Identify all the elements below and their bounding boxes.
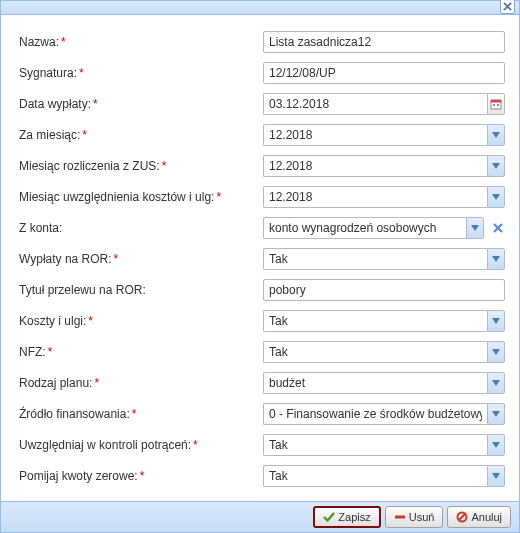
miesiac-koszt-select[interactable] xyxy=(263,186,487,208)
zrodlo-fin-select[interactable] xyxy=(263,403,487,425)
chevron-down-icon xyxy=(492,256,500,262)
svg-rect-3 xyxy=(497,104,499,106)
label-tytul-ror: Tytuł przelewu na ROR: xyxy=(19,283,263,297)
z-konta-dropdown-button[interactable] xyxy=(466,217,484,239)
nazwa-input[interactable] xyxy=(263,31,505,53)
label-miesiac-koszt: Miesiąc uwzględnienia kosztów i ulg:* xyxy=(19,190,263,204)
zrodlo-fin-dropdown-button[interactable] xyxy=(487,403,505,425)
row-data-wyplaty: Data wypłaty:* xyxy=(19,93,505,115)
label-pomijaj-zerowe: Pomijaj kwoty zerowe:* xyxy=(19,469,263,483)
row-zrodlo-fin: Źródło finansowania:* xyxy=(19,403,505,425)
nfz-select[interactable] xyxy=(263,341,487,363)
label-miesiac-zus: Miesiąc rozliczenia z ZUS:* xyxy=(19,159,263,173)
chevron-down-icon xyxy=(492,132,500,138)
label-nazwa: Nazwa:* xyxy=(19,35,263,49)
calendar-icon xyxy=(490,98,502,110)
chevron-down-icon xyxy=(492,349,500,355)
label-data-wyplaty: Data wypłaty:* xyxy=(19,97,263,111)
prohibit-icon xyxy=(456,511,468,523)
pomijaj-zerowe-select[interactable] xyxy=(263,465,487,487)
svg-rect-2 xyxy=(493,104,495,106)
tytul-ror-input[interactable] xyxy=(263,279,505,301)
close-button[interactable] xyxy=(500,0,515,14)
label-uwzgl-potracen: Uwzględniaj w kontroli potrąceń:* xyxy=(19,438,263,452)
save-button[interactable]: Zapisz xyxy=(313,506,380,528)
cancel-button[interactable]: Anuluj xyxy=(447,506,511,528)
row-pomijaj-zerowe: Pomijaj kwoty zerowe:* xyxy=(19,465,505,487)
chevron-down-icon xyxy=(492,318,500,324)
row-wyplaty-ror: Wypłaty na ROR:* xyxy=(19,248,505,270)
sygnatura-input[interactable] xyxy=(263,62,505,84)
chevron-down-icon xyxy=(492,473,500,479)
delete-button-label: Usuń xyxy=(409,511,435,523)
svg-rect-4 xyxy=(395,516,405,519)
row-z-konta: Z konta: xyxy=(19,217,505,239)
rodzaj-planu-select[interactable] xyxy=(263,372,487,394)
svg-rect-1 xyxy=(491,100,501,103)
dialog-window: Nazwa:* Sygnatura:* Data wypłaty:* xyxy=(0,0,520,533)
label-z-konta: Z konta: xyxy=(19,221,263,235)
minus-icon xyxy=(394,511,406,523)
footer-toolbar: Zapisz Usuń Anuluj xyxy=(1,501,519,532)
wyplaty-ror-dropdown-button[interactable] xyxy=(487,248,505,270)
data-wyplaty-input[interactable] xyxy=(263,93,487,115)
row-nfz: NFZ:* xyxy=(19,341,505,363)
za-miesiac-select[interactable] xyxy=(263,124,487,146)
pomijaj-zerowe-dropdown-button[interactable] xyxy=(487,465,505,487)
label-rodzaj-planu: Rodzaj planu:* xyxy=(19,376,263,390)
delete-button[interactable]: Usuń xyxy=(385,506,444,528)
chevron-down-icon xyxy=(492,380,500,386)
row-miesiac-koszt: Miesiąc uwzględnienia kosztów i ulg:* xyxy=(19,186,505,208)
chevron-down-icon xyxy=(492,411,500,417)
row-nazwa: Nazwa:* xyxy=(19,31,505,53)
clear-icon xyxy=(492,222,504,234)
save-button-label: Zapisz xyxy=(338,511,370,523)
titlebar xyxy=(1,1,519,15)
uwzgl-potracen-dropdown-button[interactable] xyxy=(487,434,505,456)
label-zrodlo-fin: Źródło finansowania:* xyxy=(19,407,263,421)
form-content: Nazwa:* Sygnatura:* Data wypłaty:* xyxy=(1,15,519,501)
z-konta-select[interactable] xyxy=(263,217,466,239)
miesiac-zus-dropdown-button[interactable] xyxy=(487,155,505,177)
rodzaj-planu-dropdown-button[interactable] xyxy=(487,372,505,394)
label-koszty-ulgi: Koszty i ulgi:* xyxy=(19,314,263,328)
row-sygnatura: Sygnatura:* xyxy=(19,62,505,84)
miesiac-zus-select[interactable] xyxy=(263,155,487,177)
wyplaty-ror-select[interactable] xyxy=(263,248,487,270)
svg-line-6 xyxy=(459,514,465,520)
date-picker-button[interactable] xyxy=(487,93,505,115)
koszty-ulgi-dropdown-button[interactable] xyxy=(487,310,505,332)
label-wyplaty-ror: Wypłaty na ROR:* xyxy=(19,252,263,266)
close-icon xyxy=(503,2,512,11)
chevron-down-icon xyxy=(492,163,500,169)
cancel-button-label: Anuluj xyxy=(471,511,502,523)
z-konta-clear-button[interactable] xyxy=(490,220,505,236)
koszty-ulgi-select[interactable] xyxy=(263,310,487,332)
row-koszty-ulgi: Koszty i ulgi:* xyxy=(19,310,505,332)
row-tytul-ror: Tytuł przelewu na ROR: xyxy=(19,279,505,301)
nfz-dropdown-button[interactable] xyxy=(487,341,505,363)
miesiac-koszt-dropdown-button[interactable] xyxy=(487,186,505,208)
za-miesiac-dropdown-button[interactable] xyxy=(487,124,505,146)
check-icon xyxy=(323,511,335,523)
row-uwzgl-potracen: Uwzględniaj w kontroli potrąceń:* xyxy=(19,434,505,456)
chevron-down-icon xyxy=(492,442,500,448)
uwzgl-potracen-select[interactable] xyxy=(263,434,487,456)
row-rodzaj-planu: Rodzaj planu:* xyxy=(19,372,505,394)
label-sygnatura: Sygnatura:* xyxy=(19,66,263,80)
label-nfz: NFZ:* xyxy=(19,345,263,359)
chevron-down-icon xyxy=(492,194,500,200)
label-za-miesiac: Za miesiąc:* xyxy=(19,128,263,142)
chevron-down-icon xyxy=(471,225,479,231)
row-miesiac-zus: Miesiąc rozliczenia z ZUS:* xyxy=(19,155,505,177)
row-za-miesiac: Za miesiąc:* xyxy=(19,124,505,146)
